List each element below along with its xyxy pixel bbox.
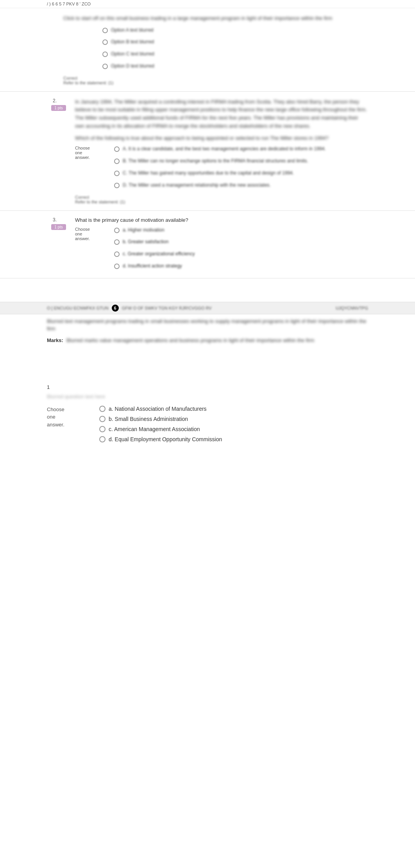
- q3-option-a-text: a. Higher motivation: [123, 227, 165, 233]
- bottom-radio-c[interactable]: [99, 426, 106, 432]
- q2-choices: A. It is a clear candidate, and the best…: [114, 146, 326, 191]
- bottom-choice-b[interactable]: b. Small Business Administration: [99, 416, 222, 422]
- marks-row: Marks: Blurred marks value management op…: [0, 336, 415, 345]
- q1-text: Click to start off on this small busines…: [63, 14, 368, 22]
- q2-option-D-text: D. The Miller used a management relation…: [123, 182, 271, 189]
- q1-feedback-detail: Refer to the statement: (1): [63, 80, 368, 85]
- q1-choice-b[interactable]: Option B text blurred: [102, 39, 154, 45]
- bottom-question-section: 1 Blurred question text here Chooseonean…: [0, 376, 415, 450]
- bottom-q-number-row: 1: [47, 384, 368, 390]
- question-1-section: Click to start off on this small busines…: [0, 8, 415, 92]
- q2-radio-C[interactable]: [114, 171, 120, 176]
- q2-option-C-text: C. The Miller has gained many opportunit…: [123, 170, 294, 176]
- bottom-q-text-row: Blurred question text here: [47, 393, 368, 399]
- divider-number: 6: [112, 305, 119, 312]
- q3-option-d-text: d. Insufficient action strategy: [123, 263, 182, 269]
- q3-choice-c[interactable]: c. Greater organizational efficiency: [114, 251, 195, 257]
- q3-choose-label: Chooseoneanswer.: [75, 227, 106, 241]
- q1-choice-d[interactable]: Option D text blurred: [102, 63, 154, 70]
- q1-option-a-text: Option A text blurred: [111, 27, 154, 34]
- q3-radio-b[interactable]: [114, 239, 120, 245]
- bottom-choice-d-text: d. Equal Employment Opportunity Commissi…: [109, 436, 222, 442]
- bottom-choice-a-text: a. National Association of Manufacturers: [109, 406, 207, 412]
- q2-option-A-text: A. It is a clear candidate, and the best…: [123, 146, 326, 152]
- q1-option-c-text: Option C text blurred: [111, 51, 154, 57]
- spacer-2: [0, 345, 415, 376]
- q3-choices: a. Higher motivation b. Greater satisfac…: [114, 227, 195, 272]
- bottom-spacer: [0, 450, 415, 528]
- q1-choices: Option A text blurred Option B text blur…: [102, 27, 154, 72]
- divider-middle: GFW O OF SWKV TGN KGY RJR!CVGGO RV: [122, 306, 212, 310]
- bottom-radio-d[interactable]: [99, 436, 106, 442]
- bottom-choice-c-text: c. American Management Association: [109, 426, 200, 432]
- q3-text: What is the primary cause of motivation …: [75, 217, 368, 223]
- bottom-choice-b-text: b. Small Business Administration: [109, 416, 188, 422]
- question-3-section: 3. 1 pts What is the primary cause of mo…: [0, 211, 415, 278]
- q2-choice-B[interactable]: B. The Miller can no longer exchange opt…: [114, 158, 326, 164]
- divider-prefix: O [ ENCUGU ECNWFKX GTUN: [47, 306, 109, 310]
- bottom-choices-list: a. National Association of Manufacturers…: [99, 406, 222, 442]
- q3-tag: 1 pts: [51, 224, 66, 230]
- q2-choose-label: Chooseoneanswer.: [75, 146, 106, 160]
- q1-radio-d[interactable]: [102, 64, 108, 69]
- marks-label: Marks:: [47, 337, 63, 343]
- q1-radio-a[interactable]: [102, 28, 108, 33]
- spacer-1: [0, 278, 415, 302]
- q1-radio-b[interactable]: [102, 39, 108, 45]
- q2-subquestion: Which of the following is true about the…: [75, 134, 368, 142]
- bottom-q-number: 1: [47, 384, 50, 390]
- q3-radio-d[interactable]: [114, 264, 120, 269]
- q3-number: 3.: [53, 217, 64, 223]
- bottom-radio-a[interactable]: [99, 406, 106, 412]
- q2-feedback: Correct: [75, 195, 368, 200]
- bottom-choose-label: Chooseoneanswer.: [47, 406, 64, 428]
- q2-option-B-text: B. The Miller can no longer exchange opt…: [123, 158, 308, 164]
- divider-right: UJQYCNNVTPG: [336, 306, 368, 310]
- q1-option-b-text: Option B text blurred: [111, 39, 154, 45]
- question-2-section: 2. 1 pts In January 1994, The Miller acq…: [0, 92, 415, 211]
- bottom-radio-b[interactable]: [99, 416, 106, 422]
- q3-choice-b[interactable]: b. Greater satisfaction: [114, 239, 195, 245]
- q2-radio-B[interactable]: [114, 159, 120, 164]
- bottom-answer-area: Chooseoneanswer. a. National Association…: [47, 406, 368, 442]
- bottom-q-text: Blurred question text here: [47, 394, 105, 399]
- divider-para: Blurred text management programs trading…: [47, 317, 368, 333]
- q3-radio-a[interactable]: [114, 228, 120, 233]
- q2-text: In January 1994, The Miller acquired a c…: [75, 98, 368, 130]
- bottom-choice-d[interactable]: d. Equal Employment Opportunity Commissi…: [99, 436, 222, 442]
- q2-choice-A[interactable]: A. It is a clear candidate, and the best…: [114, 146, 326, 152]
- q3-radio-c[interactable]: [114, 251, 120, 257]
- q2-choice-D[interactable]: D. The Miller used a management relation…: [114, 182, 326, 189]
- bottom-choice-a[interactable]: a. National Association of Manufacturers: [99, 406, 222, 412]
- q2-number: 2.: [53, 98, 64, 103]
- bottom-choose-label-container: Chooseoneanswer.: [47, 406, 90, 429]
- q1-feedback: Correct: [63, 76, 368, 80]
- marks-value: Blurred marks value management operation…: [66, 337, 314, 343]
- q1-choice-a[interactable]: Option A text blurred: [102, 27, 154, 34]
- q2-tag: 1 pts: [51, 105, 66, 111]
- section-divider: O [ ENCUGU ECNWFKX GTUN 6 GFW O OF SWKV …: [0, 302, 415, 314]
- q2-radio-A[interactable]: [114, 146, 120, 152]
- q3-option-b-text: b. Greater satisfaction: [123, 239, 168, 245]
- q1-radio-c[interactable]: [102, 52, 108, 57]
- q1-choice-c[interactable]: Option C text blurred: [102, 51, 154, 57]
- q1-option-d-text: Option D text blurred: [111, 63, 154, 70]
- q3-choice-a[interactable]: a. Higher motivation: [114, 227, 195, 233]
- bottom-choice-c[interactable]: c. American Management Association: [99, 426, 222, 432]
- q2-radio-D[interactable]: [114, 183, 120, 188]
- q3-option-c-text: c. Greater organizational efficiency: [123, 251, 195, 257]
- q2-feedback-detail: Refer to the statement: (1): [75, 200, 368, 204]
- top-nav: / ) 6 6 5 7 PKV 8 ' ZCO: [0, 0, 415, 8]
- divider-blurred-text: Blurred text management programs trading…: [0, 314, 415, 336]
- q3-choice-d[interactable]: d. Insufficient action strategy: [114, 263, 195, 269]
- page-container: / ) 6 6 5 7 PKV 8 ' ZCO Click to start o…: [0, 0, 415, 868]
- q2-choice-C[interactable]: C. The Miller has gained many opportunit…: [114, 170, 326, 176]
- nav-breadcrumb: / ) 6 6 5 7 PKV 8 ' ZCO: [47, 2, 91, 6]
